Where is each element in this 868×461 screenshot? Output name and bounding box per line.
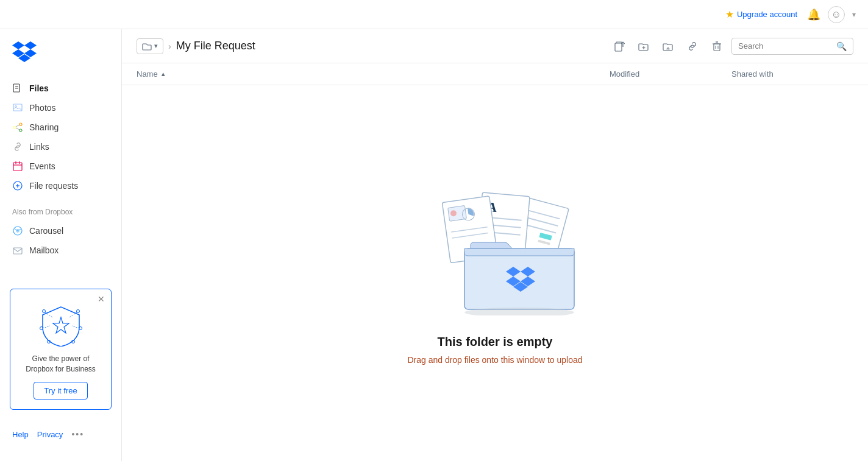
folder-dropdown-button[interactable]: ▾ [137,38,163,54]
dropbox-logo [0,41,121,79]
svg-point-6 [20,123,22,125]
promo-illustration [37,304,85,347]
sidebar-item-mailbox[interactable]: Mailbox [0,241,121,260]
sidebar-item-carousel-label: Carousel [29,226,63,236]
sidebar-item-carousel[interactable]: Carousel [0,221,121,241]
svg-marker-19 [53,317,69,333]
svg-line-28 [43,326,50,328]
privacy-link[interactable]: Privacy [37,430,63,439]
svg-rect-3 [13,104,22,111]
svg-rect-30 [615,43,622,51]
star-icon: ★ [725,9,734,20]
empty-title: This folder is empty [438,335,553,349]
sidebar: Files Photos Sharing [0,29,122,461]
empty-state: A [122,85,868,461]
search-icon[interactable]: 🔍 [836,41,847,51]
empty-subtitle: Drag and drop files onto this window to … [407,355,582,365]
more-options-button[interactable]: ••• [71,429,84,439]
folder-request-button[interactable] [658,37,678,56]
folder-dropdown-caret: ▾ [154,42,158,50]
col-modified-header[interactable]: Modified [610,69,731,79]
bell-icon[interactable]: 🔔 [807,8,820,21]
delete-button[interactable] [707,37,727,56]
svg-point-5 [13,126,16,128]
svg-rect-18 [13,248,22,254]
svg-rect-35 [714,44,720,51]
sidebar-item-events-label: Events [29,161,55,171]
svg-rect-10 [13,163,22,171]
breadcrumb-separator: › [168,41,171,51]
help-link[interactable]: Help [12,430,29,439]
sidebar-item-photos[interactable]: Photos [0,98,121,118]
sidebar-item-mailbox-label: Mailbox [29,245,59,255]
sidebar-item-file-requests[interactable]: File requests [0,176,121,195]
create-folder-button[interactable] [634,37,653,56]
content-header: ▾ › My File Request [122,29,868,63]
search-box: 🔍 [731,38,853,55]
also-from-label: Also from Dropbox [0,195,121,221]
try-it-free-button[interactable]: Try it free [34,382,87,399]
sidebar-item-sharing-label: Sharing [29,122,59,132]
table-header: Name ▲ Modified Shared with [122,63,868,85]
promo-text: Give the power of Dropbox for Business [20,354,101,375]
sidebar-item-files[interactable]: Files [0,79,121,98]
search-input[interactable] [738,41,833,51]
empty-folder-illustration: A [410,181,580,315]
topbar: ★ Upgrade account 🔔 ☺ ▾ [0,0,868,29]
user-avatar[interactable]: ☺ [828,6,845,23]
upload-file-button[interactable] [610,37,629,56]
col-name-header[interactable]: Name ▲ [137,69,610,79]
promo-close-button[interactable]: ✕ [98,294,105,304]
upgrade-account-link[interactable]: ★ Upgrade account [725,9,797,20]
svg-point-20 [42,310,45,313]
svg-line-8 [16,125,20,127]
folder-nav: ▾ › My File Request [137,38,602,54]
sidebar-item-sharing[interactable]: Sharing [0,118,121,137]
account-caret-icon[interactable]: ▾ [852,10,856,19]
topbar-icons: 🔔 ☺ ▾ [807,6,856,23]
svg-point-7 [20,129,22,132]
promo-card: ✕ [10,289,112,410]
sidebar-item-files-label: Files [29,83,49,93]
promo-section: ✕ [0,279,121,420]
svg-line-29 [72,326,79,328]
sidebar-item-photos-label: Photos [29,103,56,113]
breadcrumb-title: My File Request [176,40,255,52]
sidebar-item-file-requests-label: File requests [29,181,78,191]
footer-links: Help Privacy ••• [0,420,121,449]
svg-line-9 [16,128,20,130]
sidebar-item-links-label: Links [29,142,49,152]
svg-rect-57 [464,248,574,309]
toolbar: 🔍 [610,37,853,56]
sort-arrow-icon: ▲ [160,71,166,77]
content-area: ▾ › My File Request [122,29,868,461]
sidebar-item-links[interactable]: Links [0,137,121,157]
svg-point-21 [76,310,79,313]
col-shared-header[interactable]: Shared with [731,69,853,79]
upgrade-label: Upgrade account [737,10,797,19]
copy-link-button[interactable] [683,37,702,56]
sidebar-item-events[interactable]: Events [0,157,121,176]
